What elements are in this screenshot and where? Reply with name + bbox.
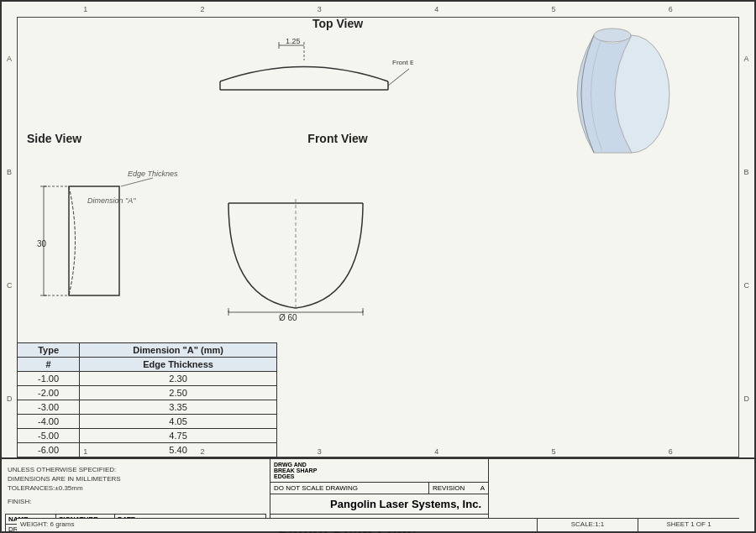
svg-point-28	[594, 29, 631, 42]
svg-text:Dimension "A": Dimension "A"	[87, 196, 136, 205]
grid-letter-rb: B	[744, 168, 750, 176]
grid-numbers-top: 1 2 3 4 5 6	[2, 5, 754, 13]
grid-letters-left: A B C D	[7, 2, 13, 456]
grid-num-1: 1	[83, 5, 87, 13]
table-col1-header: Type	[18, 343, 80, 358]
grid-num-4: 4	[434, 5, 438, 13]
sheet-cell: SHEET 1 OF 1	[638, 519, 739, 531]
table-cell-type-3: -3.00	[18, 400, 80, 415]
table-sub-header-col1: #	[18, 358, 80, 372]
table-cell-dim-5: 4.75	[80, 429, 277, 443]
do-not-scale-label: DO NOT SCALE DRAWING	[270, 483, 429, 494]
svg-text:Edge Thickness: Edge Thickness	[128, 170, 178, 178]
grid-letter-ra: A	[744, 55, 750, 63]
grid-letter-c: C	[7, 281, 13, 290]
side-view-drawing: Edge Thickness Dimension "A" 30	[27, 153, 178, 321]
grid-num-5: 5	[551, 5, 555, 13]
weight-cell: WEIGHT: 6 grams	[17, 519, 538, 531]
grid-letter-rd: D	[744, 395, 750, 403]
table-cell-dim-1: 2.30	[80, 372, 277, 386]
table-row: -5.00 4.75	[18, 429, 277, 443]
bottom-info-row: WEIGHT: 6 grams SCALE:1:1 SHEET 1 OF 1	[17, 518, 739, 531]
grid-letter-a: A	[7, 55, 13, 63]
notes-content: UNLESS OTHERWISE SPECIFIED: DIMENSIONS A…	[5, 462, 266, 509]
table-cell-type-1: -1.00	[18, 372, 80, 386]
table-row: -3.00 3.35	[18, 400, 277, 415]
company-name: Pangolin Laser Systems, Inc.	[270, 494, 488, 515]
front-view-drawing: Ø 60	[212, 153, 380, 321]
table-col2-header: Dimension "A" (mm)	[80, 343, 277, 358]
side-view-label: Side View	[27, 132, 81, 145]
grid-letter-b: B	[7, 168, 13, 176]
table-cell-dim-4: 4.05	[80, 415, 277, 429]
notes-header: UNLESS OTHERWISE SPECIFIED: DIMENSIONS A…	[8, 465, 264, 494]
table-cell-dim-2: 2.50	[80, 386, 277, 400]
svg-text:1.25: 1.25	[286, 37, 301, 45]
revision-value: A	[480, 484, 485, 492]
perspective-view-drawing	[522, 27, 707, 161]
grid-letter-rc: C	[744, 281, 750, 290]
drawing-sheet: 1 2 3 4 5 6 1 2 3 4 5 6 A B C D A B C D …	[0, 0, 756, 533]
table-cell-dim-6: 5.40	[80, 443, 277, 457]
specs-table: Type Dimension "A" (mm) # Edge Thickness…	[17, 342, 277, 457]
front-view-label: Front View	[254, 132, 422, 145]
grid-num-6: 6	[669, 5, 673, 13]
svg-line-10	[121, 178, 153, 186]
top-view-label: Top View	[254, 17, 422, 30]
grid-num-2: 2	[200, 5, 204, 13]
table-cell-type-6: -6.00	[18, 443, 80, 457]
svg-text:30: 30	[37, 239, 47, 248]
table-row: -6.00 5.40	[18, 443, 277, 457]
table-cell-type-5: -5.00	[18, 429, 80, 443]
table-cell-dim-3: 3.35	[80, 400, 277, 415]
svg-text:Front Edge Thickness: Front Edge Thickness	[392, 59, 413, 66]
table-cell-type-4: -4.00	[18, 415, 80, 429]
svg-line-7	[388, 69, 409, 86]
grid-letters-right: A B C D	[744, 2, 750, 456]
grid-letter-d: D	[7, 395, 13, 403]
top-view-drawing: 1.25 Front Edge Thickness	[195, 35, 413, 119]
table-sub-header-col2: Edge Thickness	[80, 358, 277, 372]
scale-cell: SCALE:1:1	[538, 519, 638, 531]
table-row: -2.00 2.50	[18, 386, 277, 400]
table-row: -4.00 4.05	[18, 415, 277, 429]
revision-label: REVISION	[433, 484, 465, 492]
grid-num-3: 3	[318, 5, 322, 13]
svg-text:Ø 60: Ø 60	[279, 313, 297, 321]
dno-revision-row: DO NOT SCALE DRAWING REVISION A	[270, 483, 488, 494]
finish-label: FINISH:	[8, 497, 264, 506]
revision-cell: REVISION A	[429, 483, 488, 494]
table-cell-type-2: -2.00	[18, 386, 80, 400]
table-row: -1.00 2.30	[18, 372, 277, 386]
drw-break: DRWG AND BREAK SHARP EDGES	[270, 459, 488, 483]
